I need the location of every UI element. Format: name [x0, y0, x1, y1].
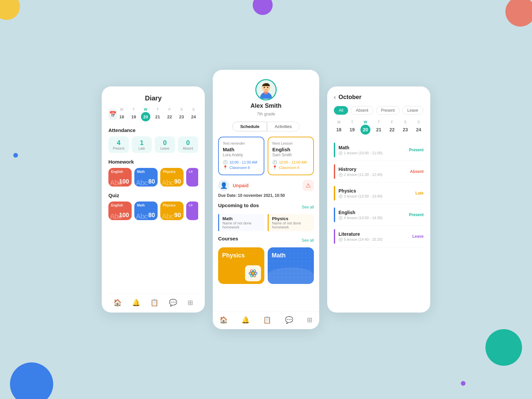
cal-day-21[interactable]: T21 — [374, 120, 384, 135]
hw-math-card[interactable]: Math Abc 80 — [134, 201, 158, 220]
attendance-present: 4Present — [108, 136, 129, 153]
nav-notifications[interactable]: 🔔 — [132, 299, 140, 307]
diary-day-22[interactable]: F22 — [165, 107, 174, 121]
center-nav-chat[interactable]: 💬 — [285, 316, 293, 324]
tab-schedule[interactable]: Schedule — [232, 122, 267, 131]
upcoming-title: Upcoming to dos — [218, 202, 259, 208]
next-lesson-title: Next Lesson — [272, 141, 309, 145]
cal-day-20[interactable]: W20 — [360, 120, 370, 135]
nav-home[interactable]: 🏠 — [113, 299, 122, 307]
filter-leave[interactable]: Leave — [402, 106, 423, 115]
center-nav-notes[interactable]: 📋 — [263, 316, 271, 324]
next-lesson-time: 🕙 10:00 - 11:00 AM — [272, 160, 309, 165]
calendar-header: ‹ October — [334, 94, 424, 101]
upcoming-header: Upcoming to dos See all — [213, 202, 319, 211]
sched-info-english: English 🕙 4 lesson (13:50 - 14:30) — [338, 210, 406, 220]
schedule-bottom-nav: 🏠 🔔 📋 💬 ⊞ — [213, 312, 319, 329]
diary-day-20[interactable]: W20 — [141, 107, 150, 121]
next-lesson-subject: English — [272, 147, 309, 152]
hw-english-card[interactable]: English Abc 100 — [108, 168, 132, 187]
sched-subject: Literature — [338, 231, 409, 237]
courses-see-all[interactable]: See all — [302, 238, 314, 243]
clock-icon-sched: 🕙 — [338, 216, 342, 220]
attendance-title: Attendance — [108, 127, 198, 133]
nav-grid[interactable]: ⊞ — [188, 299, 193, 307]
course-physics-card[interactable]: Physics — [218, 247, 264, 284]
avatar — [255, 79, 277, 100]
sched-time: 🕙 2 lesson (11:30 - 12:40) — [338, 173, 407, 177]
filter-absent[interactable]: Absent — [351, 106, 373, 115]
test-reminder-card: Test reminder Math Lora Andriy 🕙 10:00 -… — [218, 137, 264, 175]
course-math-card[interactable]: Math — [268, 247, 314, 284]
clock-icon-sched: 🕙 — [338, 173, 342, 177]
cal-day-23[interactable]: S23 — [400, 120, 410, 135]
sched-status: Leave — [412, 234, 424, 239]
profile-section: Alex Smith 7th grade — [213, 70, 319, 122]
nav-notes[interactable]: 📋 — [150, 299, 159, 307]
tab-activities[interactable]: Activities — [267, 122, 299, 131]
calendar-icon[interactable]: 📅 — [108, 109, 117, 120]
test-reminder-title: Test reminder — [223, 141, 260, 145]
diary-day-18[interactable]: M18 — [117, 107, 126, 121]
schedule-item-literature[interactable]: Literature 🕙 5 lesson (14:40 - 15:20) Le… — [334, 226, 424, 247]
schedule-item-histrory[interactable]: Histrory 🕙 2 lesson (11:30 - 12:40) Abse… — [334, 161, 424, 183]
diary-title: Diary — [108, 94, 198, 102]
svg-point-9 — [252, 272, 254, 275]
due-date: Due Date: 10 november 2021, 10:50 — [213, 193, 319, 198]
homework-title: Homework — [108, 159, 198, 165]
clock-icon-sched: 🕙 — [338, 238, 342, 241]
hw-physics-card[interactable]: Physics Abc 90 — [160, 201, 184, 220]
week-days: M18T19W20T21F22S23S24 — [117, 107, 198, 121]
diary-day-19[interactable]: T19 — [129, 107, 138, 121]
schedule-item-physics[interactable]: Physics 🕙 3 lesson (12:50 - 13:40) Late — [334, 183, 424, 204]
diary-day-21[interactable]: T21 — [153, 107, 162, 121]
alert-button[interactable]: ⚠ — [303, 180, 314, 191]
location-icon-test: 📍 — [223, 165, 228, 170]
upcoming-see-all[interactable]: See all — [302, 205, 314, 209]
attendance-absent: 0Absent — [178, 136, 199, 153]
filter-row: AllAbsentPresentLeave — [334, 106, 424, 115]
quiz-section: Quiz English Abc 100 Math Abc 80 Physics… — [108, 193, 198, 220]
center-nav-notifications[interactable]: 🔔 — [241, 316, 250, 324]
cal-day-18[interactable]: M18 — [334, 120, 344, 135]
center-nav-home[interactable]: 🏠 — [219, 316, 228, 324]
homework-section: Homework English Abc 100 Math Abc 80 Phy… — [108, 159, 198, 187]
todo-math-desc: Name of not done homework — [222, 221, 261, 229]
todo-math: Math Name of not done homework — [218, 214, 264, 231]
filter-present[interactable]: Present — [376, 106, 400, 115]
calendar-back-button[interactable]: ‹ — [334, 94, 336, 101]
quiz-grid: English Abc 100 Math Abc 80 Physics Abc … — [108, 201, 198, 220]
nav-chat[interactable]: 💬 — [169, 299, 177, 307]
attendance-late: 1Late — [132, 136, 152, 153]
week-nav: 📅 M18T19W20T21F22S23S24 — [108, 107, 198, 121]
sched-status: Late — [415, 191, 424, 196]
cal-day-24[interactable]: S24 — [414, 120, 424, 135]
filter-all[interactable]: All — [334, 106, 348, 115]
schedule-item-english[interactable]: English 🕙 4 lesson (13:50 - 14:30) Prese… — [334, 204, 424, 226]
cal-day-19[interactable]: T19 — [347, 120, 357, 135]
test-reminder-teacher: Lora Andriy — [223, 153, 260, 157]
svg-rect-6 — [265, 91, 265, 93]
diary-day-24[interactable]: S24 — [189, 107, 198, 121]
hw-lit-card[interactable]: Lit — [186, 168, 198, 187]
homework-grid: English Abc 100 Math Abc 80 Physics Abc … — [108, 168, 198, 187]
sched-bar-purple — [334, 229, 335, 244]
sched-bar-green — [334, 143, 335, 157]
sched-bar-orange — [334, 186, 335, 200]
courses-title: Courses — [218, 236, 238, 241]
center-nav-grid[interactable]: ⊞ — [307, 316, 313, 324]
sched-info-histrory: Histrory 🕙 2 lesson (11:30 - 12:40) — [338, 167, 407, 177]
cal-day-22[interactable]: F22 — [387, 120, 397, 135]
todo-physics-subject: Physics — [272, 216, 311, 221]
attendance-grid: 4Present1Late0Leave0Absent — [108, 136, 198, 153]
hw-english-card[interactable]: English Abc 100 — [108, 201, 132, 220]
deco-teal-circle-right — [485, 329, 522, 366]
schedule-list: Math 🕙 1 lesson (10:00 - 11:00) Present … — [334, 139, 424, 313]
diary-day-23[interactable]: S23 — [177, 107, 186, 121]
hw-lit-card[interactable]: Lit — [186, 201, 198, 220]
schedule-item-math[interactable]: Math 🕙 1 lesson (10:00 - 11:00) Present — [334, 139, 424, 161]
info-cards-row: Test reminder Math Lora Andriy 🕙 10:00 -… — [213, 137, 319, 175]
hw-math-card[interactable]: Math Abc 80 — [134, 168, 158, 187]
sched-bar-blue — [334, 207, 335, 222]
hw-physics-card[interactable]: Physics Abc 90 — [160, 168, 184, 187]
